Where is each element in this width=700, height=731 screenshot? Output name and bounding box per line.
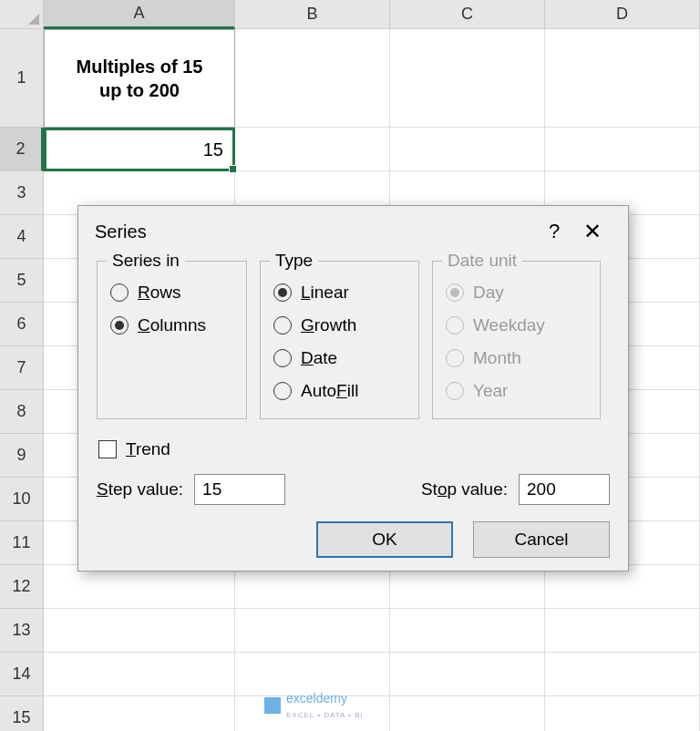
cell-A2-value: 15 (203, 139, 223, 160)
watermark-tagline: EXCEL • DATA • BI (286, 711, 364, 719)
row-header-15[interactable]: 15 (0, 696, 44, 731)
radio-growth[interactable]: Growth (273, 309, 406, 342)
row-header-13[interactable]: 13 (0, 609, 44, 653)
checkbox-icon (98, 440, 117, 458)
col-header-B[interactable]: B (235, 0, 390, 29)
row-header-7[interactable]: 7 (0, 346, 44, 390)
col-header-D[interactable]: D (545, 0, 700, 29)
cell-A15[interactable] (44, 696, 235, 731)
radio-month: Month (446, 342, 587, 375)
cell-A13[interactable] (44, 609, 235, 653)
date-unit-group: Date unit Day Weekday Month Year (432, 261, 601, 419)
cell-D12[interactable] (545, 565, 700, 609)
cell-A14[interactable] (44, 653, 235, 696)
series-in-label: Series in (107, 251, 185, 271)
row-header-6[interactable]: 6 (0, 303, 44, 346)
cell-D13[interactable] (545, 609, 700, 653)
cell-D2[interactable] (545, 128, 700, 171)
row-header-11[interactable]: 11 (0, 521, 44, 565)
cell-C1[interactable] (390, 29, 545, 128)
cancel-button[interactable]: Cancel (473, 521, 610, 558)
col-header-C[interactable]: C (390, 0, 545, 29)
radio-icon (110, 316, 129, 335)
cell-C13[interactable] (390, 609, 545, 653)
series-in-group: Series in Rows Columns (97, 261, 247, 419)
series-dialog: Series ? ✕ Series in Rows Columns Type L… (77, 205, 629, 571)
stop-value-input[interactable] (519, 474, 610, 505)
fill-handle[interactable] (229, 165, 237, 173)
step-value-input[interactable] (194, 474, 285, 505)
row-header-3[interactable]: 3 (0, 171, 44, 215)
radio-icon (446, 316, 464, 335)
radio-icon (446, 382, 464, 400)
radio-linear[interactable]: Linear (273, 276, 406, 309)
radio-autofill[interactable]: AutoFill (273, 375, 406, 407)
dialog-titlebar[interactable]: Series ? ✕ (78, 206, 628, 252)
radio-icon (110, 283, 129, 302)
row-header-1[interactable]: 1 (0, 29, 44, 128)
watermark: exceldemy EXCEL • DATA • BI (264, 691, 364, 720)
row-header-10[interactable]: 10 (0, 478, 44, 521)
cell-C15[interactable] (390, 696, 545, 731)
trend-checkbox[interactable]: Trend (97, 432, 610, 474)
cell-A2[interactable]: 15 (44, 128, 235, 171)
type-label: Type (270, 251, 318, 271)
watermark-icon (264, 697, 281, 714)
row-header-14[interactable]: 14 (0, 653, 44, 696)
close-icon[interactable]: ✕ (573, 219, 612, 244)
cell-B2[interactable] (235, 128, 390, 171)
radio-year: Year (446, 375, 587, 407)
col-header-A[interactable]: A (44, 0, 235, 29)
radio-day: Day (446, 276, 587, 309)
radio-icon (446, 349, 464, 367)
radio-rows[interactable]: Rows (110, 276, 233, 309)
row-header-4[interactable]: 4 (0, 215, 44, 259)
row-header-2[interactable]: 2 (0, 128, 44, 171)
row-header-12[interactable]: 12 (0, 565, 44, 609)
cell-A1[interactable]: Multiples of 15 up to 200 (44, 29, 235, 128)
cell-C12[interactable] (390, 565, 545, 609)
cell-B1[interactable] (235, 29, 390, 128)
radio-icon (273, 316, 292, 335)
cell-D14[interactable] (545, 653, 700, 696)
cell-C2[interactable] (390, 128, 545, 171)
row-header-9[interactable]: 9 (0, 434, 44, 478)
watermark-brand: exceldemy (286, 691, 347, 705)
row-header-5[interactable]: 5 (0, 259, 44, 303)
select-all-corner[interactable] (0, 0, 44, 29)
stop-value-label: Stop value: (421, 479, 508, 499)
type-group: Type Linear Growth Date AutoFill (260, 261, 419, 419)
cell-B12[interactable] (235, 565, 390, 609)
date-unit-label: Date unit (442, 251, 522, 271)
radio-icon (446, 283, 464, 302)
row-header-8[interactable]: 8 (0, 390, 44, 434)
dialog-title: Series (95, 221, 535, 242)
cell-B14[interactable] (235, 653, 390, 696)
radio-icon (273, 349, 292, 367)
radio-columns[interactable]: Columns (110, 309, 233, 342)
cell-A12[interactable] (44, 565, 235, 609)
radio-icon (273, 283, 292, 302)
cell-D1[interactable] (545, 29, 700, 128)
ok-button[interactable]: OK (316, 521, 453, 558)
radio-icon (273, 382, 292, 400)
step-value-label: Step value: (97, 479, 183, 499)
cell-B13[interactable] (235, 609, 390, 653)
radio-date[interactable]: Date (273, 342, 406, 375)
cell-D15[interactable] (545, 696, 700, 731)
cell-C14[interactable] (390, 653, 545, 696)
radio-weekday: Weekday (446, 309, 587, 342)
help-icon[interactable]: ? (535, 220, 573, 243)
